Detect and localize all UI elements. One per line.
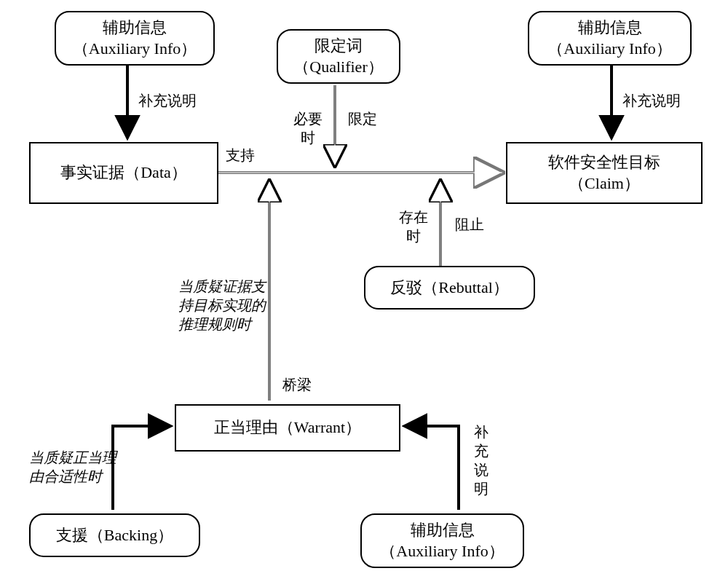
label-aux-to-warrant: 补充说明 <box>473 422 489 498</box>
data-text: 事实证据（Data） <box>60 162 187 184</box>
node-qualifier: 限定词（Qualifier） <box>277 29 400 84</box>
node-claim: 软件安全性目标（Claim） <box>506 142 703 204</box>
node-aux-info-right: 辅助信息（Auxiliary Info） <box>528 11 692 66</box>
aux-left-en: （Auxiliary Info） <box>73 39 197 58</box>
aux-bottom-cn: 辅助信息 <box>411 521 475 539</box>
label-aux-to-claim: 补充说明 <box>622 91 681 110</box>
aux-right-cn: 辅助信息 <box>578 18 642 36</box>
label-qualifier-when: 必要时 <box>288 109 328 147</box>
aux-right-en: （Auxiliary Info） <box>547 39 671 58</box>
label-backing-note: 当质疑正当理由合适性时 <box>29 448 124 486</box>
aux-left-cn: 辅助信息 <box>103 18 167 36</box>
label-bridge: 桥梁 <box>282 375 312 394</box>
node-rebuttal: 反驳（Rebuttal） <box>364 266 535 310</box>
label-qualifier-limit: 限定 <box>348 109 377 128</box>
node-warrant: 正当理由（Warrant） <box>175 404 400 452</box>
label-support: 支持 <box>226 146 255 165</box>
rebuttal-text: 反驳（Rebuttal） <box>390 277 509 299</box>
aux-bottom-en: （Auxiliary Info） <box>380 542 504 560</box>
qualifier-cn: 限定词 <box>314 36 363 55</box>
warrant-text: 正当理由（Warrant） <box>214 417 361 438</box>
backing-text: 支援（Backing） <box>56 525 173 546</box>
label-rebuttal-when: 存在时 <box>393 208 433 245</box>
claim-en: （Claim） <box>569 174 640 192</box>
label-rebuttal-block: 阻止 <box>455 215 484 234</box>
label-warrant-note: 当质疑证据支持目标实现的推理规则时 <box>178 277 266 334</box>
claim-cn: 软件安全性目标 <box>548 153 660 171</box>
node-backing: 支援（Backing） <box>29 513 200 557</box>
node-data: 事实证据（Data） <box>29 142 218 204</box>
label-aux-to-data: 补充说明 <box>138 91 197 110</box>
node-aux-info-bottom: 辅助信息（Auxiliary Info） <box>360 513 524 568</box>
node-aux-info-left: 辅助信息（Auxiliary Info） <box>55 11 215 66</box>
qualifier-en: （Qualifier） <box>293 58 383 76</box>
